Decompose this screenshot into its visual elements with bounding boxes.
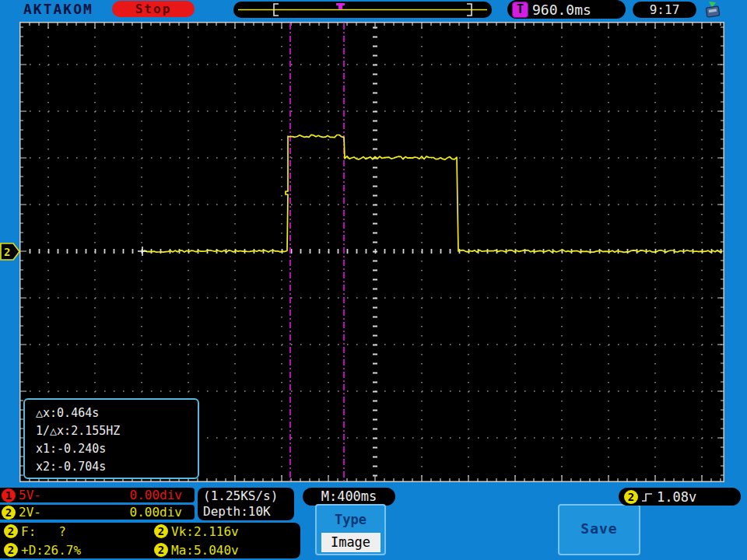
type-button-value: Image bbox=[321, 533, 381, 552]
trigger-time-badge: T 960.0ms bbox=[507, 0, 626, 19]
memory-depth: Depth:10K bbox=[203, 504, 294, 520]
channel-1-scale: 5V- bbox=[19, 488, 41, 502]
timebase-badge: M:400ms bbox=[303, 488, 395, 506]
horizontal-position-bar-graphic bbox=[233, 2, 492, 18]
channel-2-badge: 2 bbox=[4, 524, 18, 538]
cursor-delta-x: △x:0.464s bbox=[36, 404, 198, 422]
type-softkey-button[interactable]: Type Image bbox=[315, 504, 386, 555]
horizontal-position-bar bbox=[233, 2, 492, 18]
channel-2-badge: 2 bbox=[2, 506, 16, 520]
channel-1-badge: 1 bbox=[2, 488, 16, 502]
storage-device-icon bbox=[703, 1, 723, 19]
sample-rate: (1.25KS/s) bbox=[203, 488, 294, 504]
trigger-channel-badge: 2 bbox=[624, 490, 638, 504]
cursor-measurement-panel: △x:0.464s 1/△x:2.155HZ x1:-0.240s x2:-0.… bbox=[23, 398, 199, 479]
trigger-position-marker-icon bbox=[336, 3, 345, 9]
measurement-frequency: 2 F: ? bbox=[2, 523, 153, 540]
trace-start-cross-icon bbox=[138, 247, 147, 256]
trigger-level-value: 1.08v bbox=[657, 489, 696, 505]
measurement-max: 2 Ma:5.040v bbox=[153, 541, 300, 558]
cursor-x2: x2:-0.704s bbox=[36, 458, 198, 476]
channel-2-position: 0.00div bbox=[130, 505, 182, 520]
cursor-x1: x1:-0.240s bbox=[36, 440, 198, 458]
measurement-vk: 2 Vk:2.116v bbox=[153, 523, 300, 540]
save-softkey-button[interactable]: Save bbox=[558, 504, 640, 555]
acquisition-panel: (1.25KS/s) Depth:10K bbox=[198, 488, 294, 520]
brand-logo: AKTAKOM bbox=[23, 2, 93, 17]
trigger-status-badge: 2 1.08v bbox=[619, 488, 741, 506]
channel-1-position: 0.00div bbox=[130, 488, 182, 502]
measurement-max-value: Ma:5.040v bbox=[171, 543, 239, 558]
type-button-label: Type bbox=[317, 512, 384, 527]
measurement-duty-value: +D:26.7% bbox=[21, 543, 81, 558]
channel-2-scale: 2V- bbox=[19, 505, 41, 520]
trigger-time-value: 960.0ms bbox=[532, 2, 591, 18]
measurement-vk-value: Vk:2.116v bbox=[171, 524, 239, 539]
channel-2-badge: 2 bbox=[154, 543, 168, 557]
channel-2-marker-label: 2 bbox=[4, 246, 10, 258]
channel-2-badge: 2 bbox=[4, 543, 18, 557]
rising-edge-icon bbox=[640, 491, 654, 503]
oscilloscope-screen: AKTAKOM Stop T 960.0ms 9:17 2 △x:0.464s … bbox=[0, 0, 747, 560]
trigger-t-icon: T bbox=[512, 2, 528, 18]
channel-2-trace bbox=[142, 135, 722, 252]
cursor-inverse-delta-x: 1/△x:2.155HZ bbox=[36, 422, 198, 440]
channel-2-position-marker: 2 bbox=[0, 241, 21, 262]
measurement-panel: 2 F: ? 2 Vk:2.116v 2 +D:26.7% 2 Ma:5.040… bbox=[0, 523, 300, 558]
run-state-badge: Stop bbox=[112, 1, 195, 17]
channel-2-badge: 2 bbox=[154, 524, 168, 538]
clock-badge: 9:17 bbox=[633, 2, 696, 18]
measurement-frequency-value: F: ? bbox=[21, 524, 66, 539]
channel-1-status-row: 1 5V- 0.00div bbox=[0, 488, 195, 502]
channel-2-status-row: 2 2V- 0.00div bbox=[0, 505, 195, 520]
measurement-duty: 2 +D:26.7% bbox=[2, 541, 153, 558]
